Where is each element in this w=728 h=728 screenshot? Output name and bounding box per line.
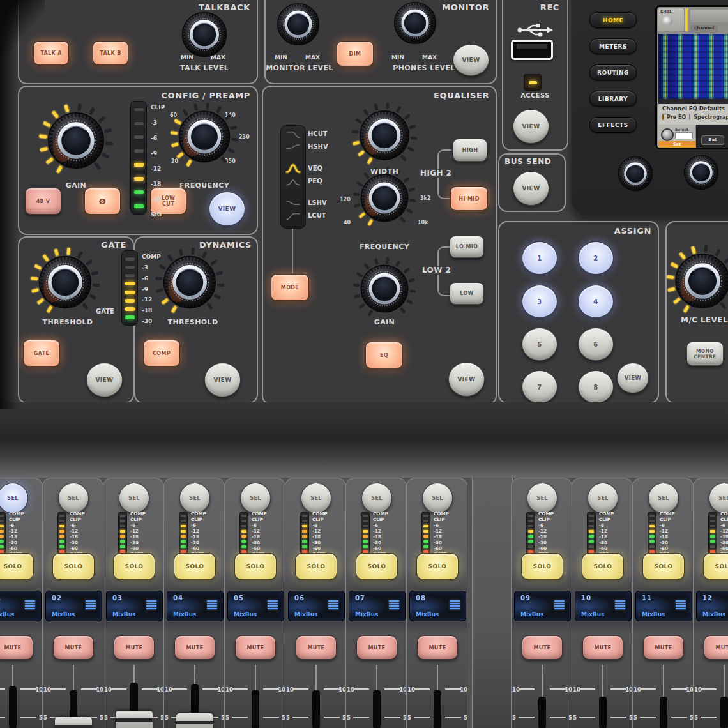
phones-level-knob[interactable] xyxy=(386,0,444,52)
eq-gain-knob[interactable] xyxy=(352,256,417,321)
fader[interactable]: 1010 55 xyxy=(572,665,633,728)
assign-button-2[interactable]: 2 xyxy=(578,241,614,275)
sel-button[interactable]: SEL xyxy=(527,483,557,513)
select-field[interactable] xyxy=(675,132,693,139)
dim-button[interactable]: DIM xyxy=(337,41,374,66)
sel-button[interactable]: SEL xyxy=(588,483,618,513)
mute-button[interactable]: MUTE xyxy=(522,635,563,660)
comp-button[interactable]: COMP xyxy=(143,340,180,367)
assign-button-5[interactable]: 5 xyxy=(522,328,557,361)
eq-high-button[interactable]: HIGH xyxy=(453,139,487,162)
assign-view-button[interactable]: VIEW xyxy=(617,363,649,393)
eq-mode-button[interactable]: MODE xyxy=(271,274,309,301)
mute-button[interactable]: MUTE xyxy=(356,635,397,660)
solo-button[interactable]: SOLO xyxy=(52,553,95,580)
monitor-level-knob[interactable] xyxy=(269,0,327,53)
set-button[interactable]: Set xyxy=(658,141,695,148)
gate-view-button[interactable]: VIEW xyxy=(86,363,123,397)
mute-button[interactable]: MUTE xyxy=(296,635,337,660)
eq-width-knob[interactable] xyxy=(351,102,418,169)
bus-send-view-button[interactable]: VIEW xyxy=(513,171,549,206)
assign-button-4[interactable]: 4 xyxy=(578,285,614,318)
eq-view-button[interactable]: VIEW xyxy=(448,362,485,397)
solo-button[interactable]: SOLO xyxy=(521,553,563,580)
fader[interactable]: 1010 55 xyxy=(103,665,165,728)
spectrograph-checkbox[interactable] xyxy=(689,114,690,120)
dynamics-view-button[interactable]: VIEW xyxy=(204,363,241,397)
screen-nav-library-button[interactable]: LIBRARY xyxy=(589,91,637,107)
sel-button[interactable]: SEL xyxy=(709,483,728,513)
fader-cap[interactable] xyxy=(176,713,213,728)
screen-nav-meters-button[interactable]: METERS xyxy=(589,38,637,54)
fader[interactable]: 1010 55 xyxy=(225,665,286,728)
eq-on-button[interactable]: EQ xyxy=(365,342,403,368)
fader[interactable]: 1010 55 xyxy=(164,665,225,728)
solo-button[interactable]: SOLO xyxy=(582,553,624,580)
mute-button[interactable]: MUTE xyxy=(643,635,684,660)
gate-threshold-knob[interactable] xyxy=(29,246,101,318)
mute-button[interactable]: MUTE xyxy=(0,635,33,660)
screen-channel-tab[interactable]: CH01 xyxy=(658,8,684,31)
mute-button[interactable]: MUTE xyxy=(53,635,94,660)
solo-button[interactable]: SOLO xyxy=(703,553,728,580)
assign-button-3[interactable]: 3 xyxy=(522,285,557,318)
screen-encoder-2[interactable] xyxy=(678,149,725,196)
solo-button[interactable]: SOLO xyxy=(295,553,337,580)
mono-centre-button[interactable]: MONO CENTRE xyxy=(686,342,724,366)
screen-nav-effects-button[interactable]: EFFECTS xyxy=(589,117,637,133)
assign-button-1[interactable]: 1 xyxy=(522,241,557,275)
solo-button[interactable]: SOLO xyxy=(174,553,216,580)
sel-button[interactable]: SEL xyxy=(0,483,28,513)
solo-button[interactable]: SOLO xyxy=(642,553,685,580)
screen-nav-home-button[interactable]: HOME xyxy=(589,12,637,28)
talk-b-button[interactable]: TALK B xyxy=(93,41,128,65)
fader[interactable]: 1010 55 xyxy=(346,665,407,728)
fader[interactable]: 1010 55 xyxy=(0,665,43,728)
pre-eq-checkbox[interactable] xyxy=(662,114,664,120)
screen-encoder-1[interactable] xyxy=(612,150,659,197)
mc-level-knob[interactable] xyxy=(665,244,728,318)
preamp-frequency-knob[interactable] xyxy=(169,102,239,172)
assign-button-6[interactable]: 6 xyxy=(578,328,614,361)
side-set-button[interactable]: Set xyxy=(701,135,724,145)
solo-button[interactable]: SOLO xyxy=(113,553,155,580)
eq-low-button[interactable]: LOW xyxy=(450,282,484,305)
sel-button[interactable]: SEL xyxy=(422,483,453,513)
mute-button[interactable]: MUTE xyxy=(235,635,276,660)
sel-button[interactable]: SEL xyxy=(301,483,331,513)
mute-button[interactable]: MUTE xyxy=(582,635,623,660)
solo-button[interactable]: SOLO xyxy=(234,553,277,580)
assign-button-7[interactable]: 7 xyxy=(522,370,557,404)
solo-button[interactable]: SOLO xyxy=(356,553,398,580)
usb-port[interactable] xyxy=(511,40,553,60)
mute-button[interactable]: MUTE xyxy=(114,635,155,660)
fader[interactable]: 1010 55 xyxy=(633,665,694,728)
tab-channel[interactable]: channel xyxy=(690,25,718,33)
sel-button[interactable]: SEL xyxy=(648,483,679,513)
preamp-view-button[interactable]: VIEW xyxy=(209,192,245,226)
rec-view-button[interactable]: VIEW xyxy=(513,109,549,144)
sel-button[interactable]: SEL xyxy=(240,483,271,513)
solo-button[interactable]: SOLO xyxy=(416,553,459,580)
sel-button[interactable]: SEL xyxy=(179,483,210,513)
sel-button[interactable]: SEL xyxy=(119,483,149,513)
gate-button[interactable]: GATE xyxy=(23,340,60,367)
screen-nav-routing-button[interactable]: ROUTING xyxy=(589,64,637,80)
fader[interactable]: 1010 55 xyxy=(43,665,104,728)
talk-level-knob[interactable] xyxy=(174,4,235,65)
mute-button[interactable]: MUTE xyxy=(704,635,728,660)
monitor-view-button[interactable]: VIEW xyxy=(453,44,489,76)
phase-button[interactable]: Ø xyxy=(84,188,121,215)
fader[interactable]: 1010 55 xyxy=(285,665,347,728)
sel-button[interactable]: SEL xyxy=(361,483,392,513)
fader[interactable]: 1010 55 xyxy=(694,665,728,728)
assign-button-8[interactable]: 8 xyxy=(578,370,614,404)
fader-cap[interactable] xyxy=(55,717,92,728)
sel-button[interactable]: SEL xyxy=(58,483,89,513)
phantom-48v-button[interactable]: 48 V xyxy=(25,188,61,215)
eq-lo-mid-button[interactable]: LO MID xyxy=(450,236,484,258)
select-knob-icon[interactable] xyxy=(661,128,674,141)
eq-hi-mid-button[interactable]: HI MID xyxy=(450,186,488,211)
dynamics-threshold-knob[interactable] xyxy=(154,246,225,318)
fader[interactable]: 1010 55 xyxy=(512,665,573,728)
